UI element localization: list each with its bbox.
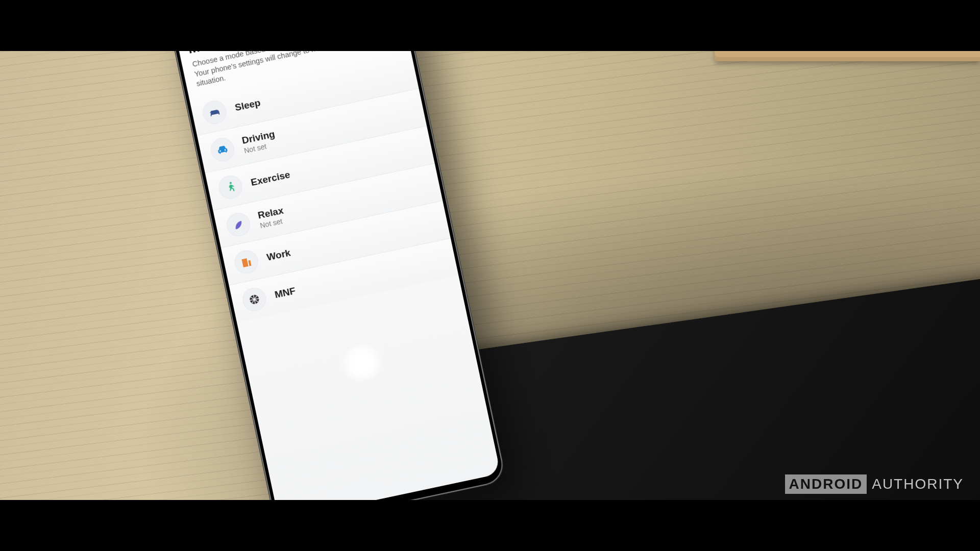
- watermark-boxed: ANDROID: [785, 474, 867, 494]
- mode-label: Sleep: [234, 97, 261, 113]
- camera-flash-glare: [335, 340, 388, 385]
- watermark: ANDROID AUTHORITY: [785, 474, 964, 494]
- modes-list: Sleep Driving Not set: [189, 51, 459, 322]
- svg-point-5: [229, 182, 232, 184]
- letterbox-top: [0, 0, 980, 51]
- mode-label: MNF: [274, 285, 297, 300]
- running-icon: [216, 173, 244, 201]
- ball-icon: [240, 285, 268, 313]
- mode-label: Exercise: [250, 169, 291, 188]
- leaf-icon: [225, 211, 253, 239]
- mode-label: Work: [266, 247, 292, 263]
- letterbox-bottom: [0, 500, 980, 551]
- photo-scene: 1:28 ⚙ ✸ ▷ • ⏰ LTE 📶 100% ▮: [0, 0, 980, 551]
- bed-icon: [201, 98, 229, 127]
- building-icon: [232, 248, 260, 276]
- car-icon: [209, 136, 237, 164]
- watermark-plain: AUTHORITY: [872, 476, 964, 492]
